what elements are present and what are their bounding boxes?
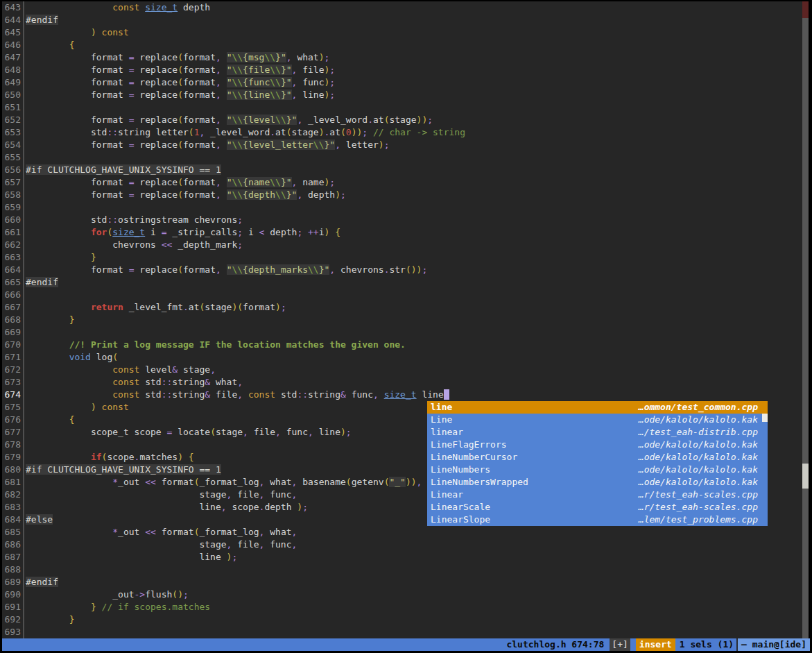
completion-item[interactable]: LineFlagErrors…ode/kalolo/kalolo.kak	[427, 439, 768, 451]
code-text: format = replace(format, "\\{name\\}", n…	[26, 176, 335, 189]
line-number: 645	[2, 26, 21, 39]
code-line[interactable]: 658 format = replace(format, "\\{depth\\…	[2, 189, 802, 201]
code-text: format = replace(format, "\\{depth_marks…	[26, 264, 427, 276]
completion-source-path: …ommon/test_common.cpp	[639, 401, 758, 414]
completion-item[interactable]: LinearScale…r/test_eah-scales.cpp	[427, 501, 768, 514]
code-line[interactable]: 670 //! Print a log message IF the locat…	[2, 339, 802, 351]
completion-label: Linear	[431, 489, 463, 501]
completion-item[interactable]: LinearSlope…lem/test_problems.cpp	[427, 514, 768, 526]
line-number: 664	[2, 264, 21, 276]
code-line[interactable]: 651	[2, 101, 802, 114]
code-line[interactable]: 660 std::ostringstream chevrons;	[2, 214, 802, 226]
code-text: }	[26, 613, 74, 626]
code-line[interactable]: 659	[2, 201, 802, 214]
status-session-context: – main@[ide]	[736, 638, 810, 651]
code-line[interactable]: 661 for(size_t i = _strip_calls; i < dep…	[2, 226, 802, 239]
code-line[interactable]: 656#if CLUTCHLOG_HAVE_UNIX_SYSINFO == 1	[2, 164, 802, 176]
code-line[interactable]: 664 format = replace(format, "\\{depth_m…	[2, 264, 802, 276]
code-text: format = replace(format, "\\{depth\\}", …	[26, 189, 346, 201]
completion-item[interactable]: line…ommon/test_common.cpp	[427, 401, 768, 414]
completion-item[interactable]: LineNumberCursor…ode/kalolo/kalolo.kak	[427, 451, 768, 464]
completion-source-path: …r/test_eah-scales.cpp	[639, 501, 758, 514]
completion-item[interactable]: LineNumbersWrapped…ode/kalolo/kalolo.kak	[427, 476, 768, 489]
code-line[interactable]: 669	[2, 326, 802, 339]
code-line[interactable]: 688	[2, 563, 802, 576]
code-line[interactable]: 693	[2, 626, 802, 638]
code-line[interactable]: 662 chevrons << _depth_mark;	[2, 239, 802, 251]
completion-item[interactable]: Linear…r/test_eah-scales.cpp	[427, 489, 768, 501]
code-text: }	[26, 314, 74, 326]
line-number: 647	[2, 51, 21, 64]
code-line[interactable]: 690 _out->flush();	[2, 588, 802, 601]
line-number: 674	[2, 389, 21, 401]
code-line[interactable]: 686 stage, file, func,	[2, 538, 802, 551]
line-number: 691	[2, 601, 21, 613]
completion-label: LineNumbers	[431, 464, 490, 476]
completion-item[interactable]: LineNumbers…ode/kalolo/kalolo.kak	[427, 464, 768, 476]
code-line[interactable]: 671 void log(	[2, 351, 802, 364]
completion-source-path: …ode/kalolo/kalolo.kak	[639, 451, 758, 464]
code-text: _out->flush();	[26, 588, 189, 601]
code-line[interactable]: 649 format = replace(format, "\\{func\\}…	[2, 76, 802, 89]
line-number: 692	[2, 613, 21, 626]
code-line[interactable]: 645 ) const	[2, 26, 802, 39]
code-text: #if CLUTCHLOG_HAVE_UNIX_SYSINFO == 1	[26, 164, 221, 176]
code-line[interactable]: 666	[2, 289, 802, 301]
code-text: for(size_t i = _strip_calls; i < depth; …	[26, 226, 340, 239]
line-number: 675	[2, 401, 21, 414]
code-text: format = replace(format, "\\{level\\}", …	[26, 114, 433, 126]
line-number: 662	[2, 239, 21, 251]
completion-source-path: …ode/kalolo/kalolo.kak	[639, 439, 758, 451]
code-line[interactable]: 668 }	[2, 314, 802, 326]
code-line[interactable]: 652 format = replace(format, "\\{level\\…	[2, 114, 802, 126]
cursor	[444, 389, 449, 400]
line-number: 660	[2, 214, 21, 226]
code-line[interactable]: 647 format = replace(format, "\\{msg\\}"…	[2, 51, 802, 64]
code-line[interactable]: 667 return _level_fmt.at(stage)(format);	[2, 301, 802, 314]
code-line[interactable]: 654 format = replace(format, "\\{level_l…	[2, 139, 802, 151]
line-number: 653	[2, 126, 21, 139]
code-line[interactable]: 689#endif	[2, 576, 802, 588]
code-text: #endif	[26, 276, 58, 289]
code-text: format = replace(format, "\\{line\\}", l…	[26, 89, 335, 101]
code-text: ) const	[26, 26, 129, 39]
code-text: format = replace(format, "\\{file\\}", f…	[26, 64, 335, 76]
code-line[interactable]: 643 const size_t depth	[2, 1, 802, 14]
code-line[interactable]: 663 }	[2, 251, 802, 264]
line-number: 689	[2, 576, 21, 588]
code-text: #endif	[26, 14, 58, 26]
line-number: 687	[2, 551, 21, 563]
completion-label: LinearSlope	[431, 514, 490, 526]
line-number: 673	[2, 376, 21, 389]
code-line[interactable]: 644#endif	[2, 14, 802, 26]
code-line[interactable]: 650 format = replace(format, "\\{line\\}…	[2, 89, 802, 101]
code-text: stage, file, func,	[26, 489, 297, 501]
code-line[interactable]: 653 std::string letter(1, _level_word.at…	[2, 126, 802, 139]
line-number: 668	[2, 314, 21, 326]
code-line[interactable]: 674 const std::string& file, const std::…	[2, 389, 802, 401]
code-line[interactable]: 691 } // if scopes.matches	[2, 601, 802, 613]
code-line[interactable]: 646 {	[2, 39, 802, 51]
completion-item[interactable]: linear…/test_eah-distrib.cpp	[427, 426, 768, 439]
code-text: const std::string& file, const std::stri…	[26, 389, 449, 401]
code-text: if(scope.matches) {	[26, 451, 194, 464]
completion-item[interactable]: Line…ode/kalolo/kalolo.kak	[427, 414, 768, 426]
scrollbar-top-mark	[802, 1, 809, 18]
scrollbar-thumb[interactable]	[802, 464, 809, 489]
code-line[interactable]: 692 }	[2, 613, 802, 626]
code-line[interactable]: 687 line );	[2, 551, 802, 563]
scrollbar-track[interactable]	[802, 1, 809, 638]
line-number: 650	[2, 89, 21, 101]
completion-source-path: …r/test_eah-scales.cpp	[639, 489, 758, 501]
code-line[interactable]: 672 const level& stage,	[2, 364, 802, 376]
code-line[interactable]: 648 format = replace(format, "\\{file\\}…	[2, 64, 802, 76]
code-line[interactable]: 685 *_out << format(_format_log, what,	[2, 526, 802, 538]
code-line[interactable]: 655	[2, 151, 802, 164]
completion-source-path: …ode/kalolo/kalolo.kak	[639, 476, 758, 489]
code-text: const level& stage,	[26, 364, 216, 376]
code-line[interactable]: 673 const std::string& what,	[2, 376, 802, 389]
line-number: 680	[2, 464, 21, 476]
code-line[interactable]: 657 format = replace(format, "\\{name\\}…	[2, 176, 802, 189]
code-line[interactable]: 665#endif	[2, 276, 802, 289]
completion-label: linear	[431, 426, 463, 439]
